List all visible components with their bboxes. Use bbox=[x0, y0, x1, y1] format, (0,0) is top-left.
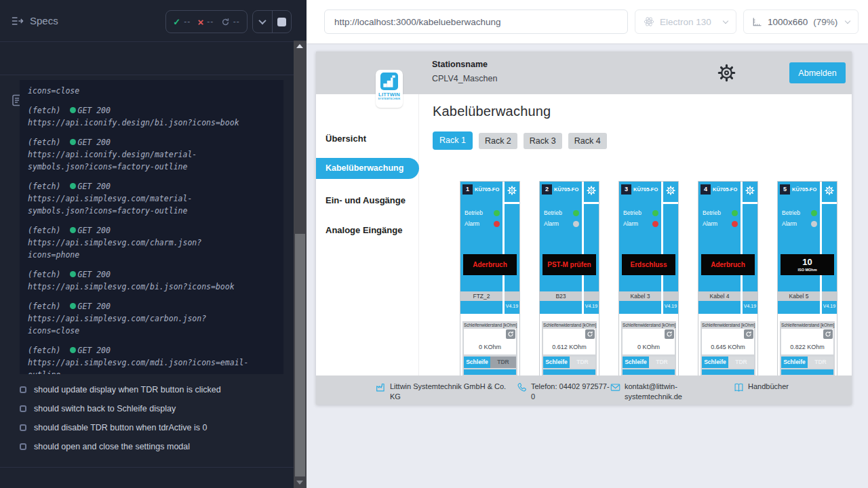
side-panel-divider bbox=[584, 202, 599, 204]
test-item[interactable]: should open and close the settings modal bbox=[20, 437, 294, 456]
measurement-label: Schleifenwiderstand [kOhm] bbox=[623, 323, 676, 327]
device-card: 4KÜ705-FOBetriebAlarmAderbruchKabel 4V4.… bbox=[698, 181, 758, 378]
cable-name-side bbox=[822, 291, 837, 301]
logout-button[interactable]: Abmelden bbox=[789, 62, 846, 83]
cable-name-side bbox=[584, 291, 599, 301]
footer-item-email[interactable]: kontakt@littwin-systemtechnik.de bbox=[610, 382, 701, 402]
measurement-value: 0 KOhm bbox=[464, 344, 516, 350]
log-entry-head: (fetch)GET 200 bbox=[28, 300, 275, 312]
refresh-button[interactable] bbox=[744, 329, 753, 339]
refresh-button[interactable] bbox=[823, 329, 833, 339]
footer-item-book[interactable]: Handbücher bbox=[734, 382, 829, 395]
log-entry: (fetch)GET 200https://api.simplesvg.com/… bbox=[28, 224, 275, 261]
log-source: (fetch) bbox=[28, 106, 60, 115]
url-input[interactable] bbox=[324, 9, 628, 34]
log-url-line: https://api.simplesvg.com/mdi.json?icons… bbox=[28, 357, 275, 369]
tdr-button[interactable]: TDR bbox=[808, 357, 833, 368]
schleife-button[interactable]: Schleife bbox=[464, 357, 490, 368]
stop-button[interactable] bbox=[272, 11, 292, 33]
schleife-button[interactable]: Schleife bbox=[543, 357, 570, 368]
side-panel-divider bbox=[822, 202, 837, 204]
status-dot-icon bbox=[70, 139, 76, 145]
stat-failed: ×-- bbox=[198, 17, 214, 27]
log-source: (fetch) bbox=[28, 302, 60, 311]
divider bbox=[0, 41, 294, 42]
viewport-selector[interactable]: 1000x660 (79%) bbox=[743, 9, 859, 34]
sidebar-item-3[interactable]: Ein- und Ausgänge bbox=[316, 190, 419, 211]
card-settings-gear-button[interactable] bbox=[663, 184, 678, 197]
log-source: (fetch) bbox=[28, 226, 60, 235]
refresh-button[interactable] bbox=[506, 329, 515, 339]
schleife-button[interactable]: Schleife bbox=[623, 357, 649, 368]
card-model-label: KÜ705-FO bbox=[633, 186, 658, 192]
sidebar-item-4[interactable]: Analoge Eingänge bbox=[316, 220, 419, 241]
refresh-icon bbox=[587, 331, 594, 338]
tdr-button[interactable]: TDR bbox=[490, 357, 516, 368]
log-status: GET 200 bbox=[77, 346, 110, 355]
cable-name-label: Kabel 4 bbox=[698, 291, 741, 301]
footer-text: Handbücher bbox=[748, 382, 829, 395]
sidebar-item-1[interactable]: Übersicht bbox=[316, 129, 419, 149]
tab-rack-2[interactable]: Rack 2 bbox=[479, 133, 517, 149]
card-settings-gear-button[interactable] bbox=[743, 184, 757, 197]
card-number-badge: 3 bbox=[621, 184, 631, 195]
alarm-label: Alarm bbox=[465, 220, 479, 227]
schleife-button[interactable]: Schleife bbox=[702, 357, 728, 368]
measurement-display: 0 KOhm bbox=[623, 329, 675, 354]
scrollbar-thumb[interactable] bbox=[295, 234, 305, 476]
request-log: icons=close(fetch)GET 200https://api.ico… bbox=[20, 80, 283, 374]
scroll-up-arrow-icon[interactable] bbox=[296, 44, 303, 48]
measurement-display: 0 KOhm bbox=[464, 329, 516, 354]
station-info: Stationsname CPLV4_Maschen bbox=[432, 60, 497, 83]
device-card: 2KÜ705-FOBetriebAlarmPST-M prüfenB23V4.1… bbox=[539, 181, 599, 378]
scroll-down-arrow-icon[interactable] bbox=[296, 481, 303, 485]
cable-name-label: FTZ_2 bbox=[460, 291, 502, 301]
cable-name-label: B23 bbox=[540, 291, 582, 301]
test-label: should update display when TDR button is… bbox=[34, 385, 221, 394]
browser-selector[interactable]: Electron 130 bbox=[635, 9, 736, 34]
settings-gear-button[interactable] bbox=[717, 63, 736, 82]
refresh-button[interactable] bbox=[665, 329, 674, 339]
specs-toggle-button[interactable]: Specs bbox=[11, 15, 58, 26]
log-entry: (fetch)GET 200https://api.simplesvg.com/… bbox=[28, 300, 275, 337]
card-settings-gear-button[interactable] bbox=[822, 184, 837, 197]
passed-icon: ✓ bbox=[173, 18, 180, 26]
log-status: GET 200 bbox=[77, 182, 110, 191]
tab-rack-1[interactable]: Rack 1 bbox=[433, 131, 473, 150]
betrieb-led-row: Betrieb bbox=[782, 209, 817, 216]
chevron-down-icon bbox=[258, 17, 266, 24]
measurement-value: 0.612 KOhm bbox=[543, 344, 595, 350]
runner-scrollbar[interactable] bbox=[294, 41, 307, 488]
tdr-button[interactable]: TDR bbox=[649, 357, 675, 368]
tab-rack-4[interactable]: Rack 4 bbox=[568, 133, 607, 149]
status-display: PST-M prüfen bbox=[542, 254, 596, 275]
betrieb-led-row: Betrieb bbox=[703, 209, 738, 216]
viewport-zoom: (79%) bbox=[813, 17, 837, 27]
tdr-button[interactable]: TDR bbox=[570, 357, 595, 368]
sidebar-item-2[interactable]: Kabelüberwachung bbox=[316, 158, 419, 179]
test-item[interactable]: should disable TDR button when tdrActive… bbox=[20, 418, 294, 437]
collapse-button[interactable] bbox=[253, 11, 272, 33]
app-header: LITTWIN SYSTEMTECHNIK Stationsname CPLV4… bbox=[316, 52, 852, 94]
card-bottom-strip bbox=[702, 369, 754, 375]
betrieb-label: Betrieb bbox=[703, 209, 721, 216]
betrieb-led-green bbox=[811, 210, 817, 216]
divider bbox=[0, 75, 294, 75]
tab-rack-3[interactable]: Rack 3 bbox=[524, 133, 562, 149]
firmware-version: V4.19 bbox=[822, 304, 837, 308]
card-settings-gear-button[interactable] bbox=[505, 184, 519, 197]
card-settings-gear-button[interactable] bbox=[584, 184, 599, 197]
log-entry-head: (fetch)GET 200 bbox=[28, 268, 275, 281]
test-item[interactable]: should update display when TDR button is… bbox=[20, 380, 294, 399]
test-item[interactable]: should switch back to Schleife display bbox=[20, 399, 294, 418]
log-entry: (fetch)GET 200https://api.iconify.design… bbox=[28, 104, 275, 129]
logo-text: LITTWIN bbox=[376, 92, 403, 98]
tdr-button[interactable]: TDR bbox=[728, 357, 754, 368]
refresh-button[interactable] bbox=[585, 329, 595, 339]
log-url-line: https://api.simplesvg.com/bi.json?icons=… bbox=[28, 281, 275, 293]
alarm-led-row: Alarm bbox=[465, 220, 500, 227]
schleife-button[interactable]: Schleife bbox=[781, 357, 808, 368]
card-number-badge: 5 bbox=[780, 184, 790, 195]
footer-item-phone: Telefon: 04402 972577-0 bbox=[517, 382, 611, 402]
firmware-version: V4.19 bbox=[743, 304, 757, 308]
